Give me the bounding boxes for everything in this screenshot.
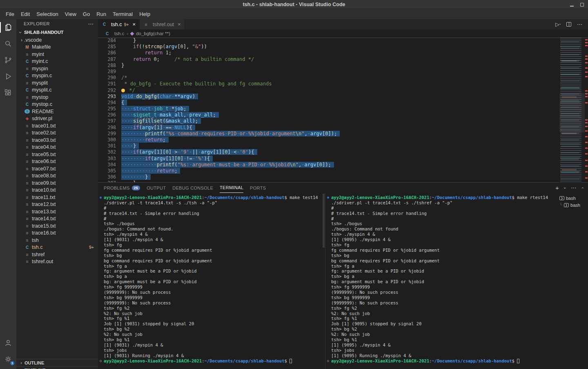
file-item-trace06.txt[interactable]: ≡trace06.txt: [16, 158, 98, 165]
terminal-line: tsh> ./myspin 4 &: [331, 232, 557, 237]
file-item-trace01.txt[interactable]: ≡trace01.txt: [16, 122, 98, 130]
text-file-icon: ≡: [24, 81, 30, 85]
command-decoration-icon[interactable]: [327, 360, 329, 362]
breadcrumb-symbol[interactable]: do_bgfg(char **): [136, 31, 170, 36]
menu-go[interactable]: Go: [80, 10, 93, 18]
breadcrumb-file[interactable]: tsh.c: [114, 31, 124, 36]
file-item-mysplit.c[interactable]: Cmysplit.c: [16, 87, 98, 94]
extensions-icon[interactable]: [0, 85, 16, 101]
restore-icon[interactable]: [580, 1, 584, 8]
run-button[interactable]: ▷›: [555, 21, 561, 27]
code-line-292: 292 */: [98, 87, 588, 94]
command-decoration-icon[interactable]: [100, 360, 102, 362]
panel-tab-problems[interactable]: PROBLEMS25: [104, 183, 140, 193]
file-item-myint[interactable]: ≡myint: [16, 51, 98, 58]
file-label: trace06.txt: [32, 159, 56, 164]
outline-section[interactable]: › OUTLINE: [16, 359, 98, 366]
more-actions-icon[interactable]: ⋯: [571, 185, 576, 191]
file-item-mystop[interactable]: ≡mystop: [16, 94, 98, 101]
more-actions-icon[interactable]: ⋯: [88, 20, 94, 27]
split-editor-icon[interactable]: [566, 22, 571, 27]
terminal-line: ./bogus: Command not found: [331, 226, 557, 232]
file-item-tshref.out[interactable]: ≡tshref.out: [16, 258, 98, 266]
file-item-trace07.txt[interactable]: ≡trace07.txt: [16, 165, 98, 172]
terminal-right[interactable]: ayy2@ayy2-Lenovo-XiaoXinPro-16ACH-2021:~…: [325, 193, 557, 369]
minimize-icon[interactable]: [570, 1, 574, 8]
menu-run[interactable]: Run: [93, 10, 109, 18]
new-terminal-icon[interactable]: +: [555, 184, 559, 191]
file-item-trace11.txt[interactable]: ≡trace11.txt: [16, 194, 98, 201]
error-mark: [585, 177, 588, 179]
terminal-list-item-bash[interactable]: └❯bash: [557, 201, 588, 208]
code-line-305: 305············return;: [98, 168, 588, 174]
folder-section-header[interactable]: › SHLAB-HANDOUT: [16, 28, 98, 36]
file-item-trace13.txt[interactable]: ≡trace13.txt: [16, 208, 98, 215]
launch-profile-chevron-icon[interactable]: ›: [562, 187, 567, 189]
file-item-trace12.txt[interactable]: ≡trace12.txt: [16, 201, 98, 208]
chevron-down-icon: ›: [18, 30, 24, 35]
tab-tsh.c[interactable]: Ctsh.c9+×: [98, 19, 140, 29]
file-item-mysplit[interactable]: ≡mysplit: [16, 79, 98, 87]
file-item-myint.c[interactable]: Cmyint.c: [16, 58, 98, 65]
file-label: trace13.txt: [32, 209, 56, 215]
file-item-tsh[interactable]: ≡tsh: [16, 237, 98, 244]
file-item-myspin[interactable]: ≡myspin: [16, 65, 98, 72]
file-item-Makefile[interactable]: MMakefile: [16, 44, 98, 51]
menu-help[interactable]: Help: [136, 10, 154, 18]
file-item-trace05.txt[interactable]: ≡trace05.txt: [16, 151, 98, 158]
more-actions-icon[interactable]: ⋯: [577, 21, 582, 27]
explorer-icon[interactable]: [0, 19, 16, 36]
timeline-section[interactable]: › TIMELINE: [16, 366, 98, 369]
close-icon[interactable]: ×: [178, 21, 181, 27]
lightbulb-icon[interactable]: [121, 89, 125, 92]
file-item-trace09.txt[interactable]: ≡trace09.txt: [16, 179, 98, 187]
file-item-README[interactable]: iREADME: [16, 108, 98, 115]
minimap[interactable]: [559, 38, 585, 182]
minimap-slider[interactable]: [559, 93, 585, 132]
menu-terminal[interactable]: Terminal: [109, 10, 136, 18]
line-number: 301: [98, 143, 116, 149]
file-item-sdriver.pl[interactable]: ◆sdriver.pl: [16, 115, 98, 123]
activity-bar: 1: [0, 19, 16, 369]
run-and-debug-icon[interactable]: [0, 68, 16, 85]
outline-label: OUTLINE: [24, 360, 44, 365]
file-item-trace10.txt[interactable]: ≡trace10.txt: [16, 187, 98, 194]
file-item-trace15.txt[interactable]: ≡trace15.txt: [16, 222, 98, 230]
panel-tab-output[interactable]: OUTPUT: [147, 183, 166, 193]
code-area[interactable]: 284 }285 if(!strcmp(argv[0], "&"))286 re…: [98, 38, 588, 182]
accounts-icon[interactable]: [0, 335, 16, 351]
terminal-line: tsh> bg a: [104, 274, 325, 279]
source-control-icon[interactable]: [0, 52, 16, 68]
panel-tab-terminal[interactable]: TERMINAL: [220, 183, 243, 193]
terminal-list-item-bash[interactable]: ❯bash: [557, 195, 588, 201]
file-item-tsh.c[interactable]: Ctsh.c9+: [16, 244, 98, 251]
file-item-trace16.txt[interactable]: ≡trace16.txt: [16, 230, 98, 237]
panel-tab-debug-console[interactable]: DEBUG CONSOLE: [172, 183, 213, 193]
problems-badge: 9+: [89, 245, 94, 250]
code-line-299: 299········printf("%s·command·requires·P…: [98, 131, 588, 137]
file-item-tshref[interactable]: ≡tshref: [16, 251, 98, 258]
panel-tab-ports[interactable]: PORTS: [250, 183, 266, 193]
file-item-mystop.c[interactable]: Cmystop.c: [16, 101, 98, 108]
maximize-panel-icon[interactable]: ›: [580, 187, 585, 189]
terminal-left[interactable]: ayy2@ayy2-Lenovo-XiaoXinPro-16ACH-2021:~…: [98, 193, 325, 369]
settings-gear-icon[interactable]: 1: [0, 351, 16, 367]
menu-selection[interactable]: Selection: [33, 10, 61, 18]
symbol-method-icon: [130, 31, 134, 36]
close-icon[interactable]: ×: [132, 21, 136, 27]
search-icon[interactable]: [0, 36, 16, 52]
command-decoration-icon[interactable]: [100, 197, 102, 199]
editor-group: Ctsh.c9+×≡tshref.out× ▷› ⋯ C tsh.c › do_…: [98, 19, 588, 182]
file-item-myspin.c[interactable]: Cmyspin.c: [16, 72, 98, 80]
file-item-trace04.txt[interactable]: ≡trace04.txt: [16, 144, 98, 151]
menu-view[interactable]: View: [62, 10, 80, 18]
file-item-.vscode[interactable]: ›.vscode: [16, 36, 98, 44]
menu-file[interactable]: File: [2, 10, 18, 18]
file-item-trace14.txt[interactable]: ≡trace14.txt: [16, 215, 98, 223]
command-decoration-icon[interactable]: [327, 197, 329, 199]
tab-tshref.out[interactable]: ≡tshref.out×: [140, 19, 185, 29]
file-item-trace08.txt[interactable]: ≡trace08.txt: [16, 172, 98, 180]
file-item-trace03.txt[interactable]: ≡trace03.txt: [16, 136, 98, 144]
file-item-trace02.txt[interactable]: ≡trace02.txt: [16, 130, 98, 137]
menu-edit[interactable]: Edit: [18, 10, 33, 18]
